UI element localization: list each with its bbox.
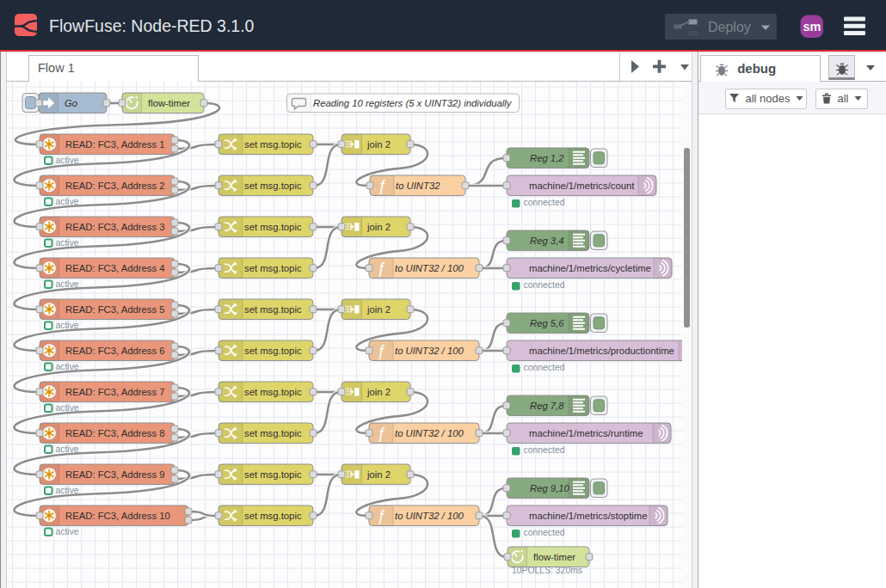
svg-text:active: active — [56, 486, 79, 495]
svg-text:ƒ: ƒ — [378, 177, 386, 194]
svg-text:join 2: join 2 — [366, 304, 391, 315]
svg-text:READ: FC3, Address 9: READ: FC3, Address 9 — [65, 469, 165, 480]
svg-text:connected: connected — [524, 445, 565, 455]
svg-text:active: active — [56, 444, 79, 454]
svg-text:ƒ: ƒ — [377, 342, 385, 359]
svg-text:join 2: join 2 — [366, 222, 391, 232]
svg-text:active: active — [56, 403, 79, 413]
svg-text:connected: connected — [524, 280, 565, 290]
svg-text:flow-timer: flow-timer — [533, 552, 575, 562]
svg-text:set msg.topic: set msg.topic — [244, 304, 302, 315]
svg-text:to UINT32 / 100: to UINT32 / 100 — [395, 263, 464, 273]
svg-text:to UINT32 / 100: to UINT32 / 100 — [395, 511, 464, 521]
svg-text:active: active — [56, 362, 79, 371]
svg-text:set msg.topic: set msg.topic — [244, 387, 302, 397]
svg-text:to UINT32 / 100: to UINT32 / 100 — [395, 428, 464, 438]
svg-text:connected: connected — [524, 363, 565, 372]
svg-text:machine/1/metrics/stoptime: machine/1/metrics/stoptime — [529, 511, 648, 521]
svg-text:active: active — [56, 527, 79, 536]
svg-text:connected: connected — [524, 198, 565, 207]
svg-text:Reg 5,6: Reg 5,6 — [530, 318, 564, 328]
svg-text:Reg 7,8: Reg 7,8 — [530, 401, 564, 411]
svg-text:to UINT32 / 100: to UINT32 / 100 — [395, 346, 464, 356]
svg-text:active: active — [56, 197, 79, 206]
svg-text:join 2: join 2 — [366, 387, 391, 397]
svg-text:machine/1/metrics/count: machine/1/metrics/count — [529, 181, 635, 191]
svg-text:READ: FC3, Address 8: READ: FC3, Address 8 — [65, 428, 165, 438]
svg-text:set msg.topic: set msg.topic — [244, 469, 302, 480]
svg-text:ƒ: ƒ — [377, 425, 385, 442]
svg-text:Go: Go — [65, 98, 77, 108]
svg-text:Reg 9,10: Reg 9,10 — [530, 483, 570, 493]
svg-text:connected: connected — [524, 528, 565, 537]
svg-text:FlowFuse: Node-RED 3.1.0: FlowFuse: Node-RED 3.1.0 — [49, 16, 255, 35]
svg-text:set msg.topic: set msg.topic — [244, 139, 302, 150]
svg-text:set msg.topic: set msg.topic — [244, 428, 302, 438]
svg-text:Reg 1,2: Reg 1,2 — [530, 153, 564, 163]
svg-text:READ: FC3, Address 4: READ: FC3, Address 4 — [65, 263, 165, 273]
svg-text:Reg 3,4: Reg 3,4 — [530, 236, 564, 246]
svg-text:active: active — [56, 156, 79, 165]
svg-text:Deploy: Deploy — [708, 20, 751, 34]
svg-text:machine/1/metrics/productionti: machine/1/metrics/productiontime — [529, 346, 674, 356]
svg-text:join 2: join 2 — [366, 139, 391, 150]
svg-text:flow-timer: flow-timer — [148, 98, 190, 108]
svg-text:machine/1/metrics/cycletime: machine/1/metrics/cycletime — [529, 263, 651, 273]
svg-text:to UINT32: to UINT32 — [396, 181, 440, 191]
svg-text:active: active — [56, 321, 79, 330]
svg-text:active: active — [56, 279, 79, 289]
svg-text:10POLLS: 320ms: 10POLLS: 320ms — [512, 566, 582, 575]
svg-text:READ: FC3, Address 6: READ: FC3, Address 6 — [65, 346, 165, 356]
svg-text:set msg.topic: set msg.topic — [244, 346, 302, 356]
svg-text:READ: FC3, Address 7: READ: FC3, Address 7 — [65, 387, 165, 397]
svg-text:machine/1/metrics/runtime: machine/1/metrics/runtime — [529, 428, 643, 438]
svg-text:READ: FC3, Address 3: READ: FC3, Address 3 — [65, 222, 165, 232]
svg-text:ƒ: ƒ — [377, 260, 385, 277]
svg-text:READ: FC3, Address 2: READ: FC3, Address 2 — [65, 181, 165, 191]
svg-text:sm: sm — [803, 20, 821, 34]
svg-text:READ: FC3, Address 10: READ: FC3, Address 10 — [65, 511, 170, 521]
svg-text:join 2: join 2 — [366, 469, 391, 480]
svg-text:READ: FC3, Address 5: READ: FC3, Address 5 — [65, 304, 165, 315]
svg-text:set msg.topic: set msg.topic — [244, 222, 302, 232]
svg-text:active: active — [56, 238, 79, 248]
svg-text:ƒ: ƒ — [377, 507, 385, 524]
svg-text:set msg.topic: set msg.topic — [244, 511, 302, 521]
svg-text:Reading 10 registers (5 x UINT: Reading 10 registers (5 x UINT32) indivi… — [313, 98, 513, 108]
svg-text:READ: FC3, Address 1: READ: FC3, Address 1 — [65, 139, 165, 150]
svg-text:set msg.topic: set msg.topic — [244, 263, 302, 273]
svg-text:set msg.topic: set msg.topic — [244, 181, 302, 191]
